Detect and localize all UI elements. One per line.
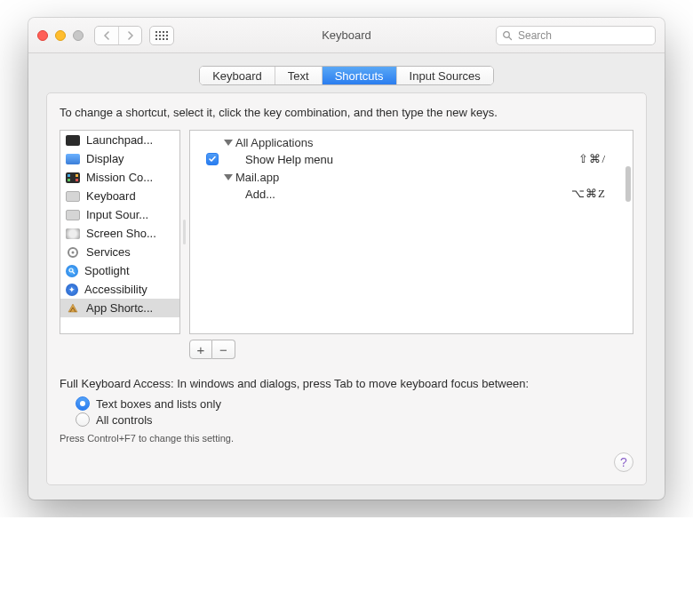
svg-point-3 bbox=[72, 251, 75, 253]
zoom-button[interactable] bbox=[73, 30, 84, 41]
shortcut-label: Show Help menu bbox=[245, 153, 578, 166]
shortcuts-panel: To change a shortcut, select it, click t… bbox=[46, 92, 647, 485]
shortcut-keys[interactable]: ⇧⌘/ bbox=[578, 152, 624, 166]
forward-button[interactable] bbox=[118, 27, 141, 44]
content-area: Keyboard Text Shortcuts Input Sources To… bbox=[28, 53, 665, 500]
search-icon bbox=[502, 30, 513, 41]
fka-option-text-boxes[interactable]: Text boxes and lists only bbox=[60, 396, 633, 412]
shortcut-label: Add... bbox=[245, 188, 571, 201]
toolbar-buttons bbox=[94, 26, 174, 45]
category-sidebar[interactable]: Launchpad... Display Mission Co... Keybo… bbox=[60, 130, 180, 334]
search-input[interactable]: Search bbox=[496, 26, 656, 45]
traffic-lights bbox=[37, 30, 84, 41]
radio-button[interactable] bbox=[76, 396, 90, 411]
sidebar-item-screen-shots[interactable]: Screen Sho... bbox=[60, 224, 179, 243]
help-area: ? bbox=[60, 452, 633, 472]
show-all-button[interactable] bbox=[149, 26, 174, 45]
back-button[interactable] bbox=[95, 27, 118, 44]
minimize-button[interactable] bbox=[55, 30, 66, 41]
full-keyboard-access: Full Keyboard Access: In windows and dia… bbox=[60, 377, 633, 444]
group-mail-app[interactable]: Mail.app bbox=[199, 169, 624, 186]
splitter-handle[interactable] bbox=[180, 214, 187, 250]
svg-line-1 bbox=[509, 36, 512, 39]
nav-back-forward bbox=[94, 26, 142, 45]
group-all-applications[interactable]: All Applications bbox=[199, 134, 624, 151]
sidebar-item-services[interactable]: Services bbox=[60, 243, 179, 261]
search-placeholder: Search bbox=[518, 29, 552, 42]
tab-shortcuts[interactable]: Shortcuts bbox=[322, 67, 396, 84]
titlebar: Keyboard Search bbox=[28, 18, 665, 53]
sidebar-item-input-sources[interactable]: Input Sour... bbox=[60, 205, 179, 224]
svg-point-4 bbox=[69, 268, 73, 272]
tab-bar: Keyboard Text Shortcuts Input Sources bbox=[46, 66, 647, 85]
close-button[interactable] bbox=[37, 30, 48, 41]
sidebar-item-spotlight[interactable]: Spotlight bbox=[60, 261, 179, 280]
tab-text[interactable]: Text bbox=[275, 67, 322, 84]
fka-label: Full Keyboard Access: In windows and dia… bbox=[60, 377, 633, 390]
fka-note: Press Control+F7 to change this setting. bbox=[60, 433, 633, 444]
tab-keyboard[interactable]: Keyboard bbox=[200, 67, 275, 84]
sidebar-item-mission-control[interactable]: Mission Co... bbox=[60, 168, 179, 187]
sidebar-item-keyboard[interactable]: Keyboard bbox=[60, 187, 179, 205]
panel-hint: To change a shortcut, select it, click t… bbox=[60, 106, 633, 119]
shortcut-row[interactable]: Show Help menu ⇧⌘/ bbox=[199, 151, 624, 167]
sidebar-item-accessibility[interactable]: ✦Accessibility bbox=[60, 280, 179, 299]
disclosure-triangle-icon bbox=[224, 140, 233, 146]
add-button[interactable]: + bbox=[189, 340, 212, 359]
fka-option-all-controls[interactable]: All controls bbox=[60, 412, 633, 428]
tab-input-sources[interactable]: Input Sources bbox=[396, 67, 493, 84]
svg-line-5 bbox=[73, 271, 76, 274]
remove-button[interactable]: − bbox=[212, 340, 235, 359]
sidebar-item-display[interactable]: Display bbox=[60, 149, 179, 168]
shortcut-keys[interactable]: ⌥⌘Z bbox=[571, 187, 624, 201]
radio-button[interactable] bbox=[76, 412, 90, 427]
help-button[interactable]: ? bbox=[614, 452, 633, 472]
split-view: Launchpad... Display Mission Co... Keybo… bbox=[60, 130, 633, 334]
shortcut-detail[interactable]: All Applications Show Help menu ⇧⌘/ bbox=[189, 130, 633, 334]
scrollbar-thumb[interactable] bbox=[625, 166, 631, 202]
add-remove-buttons: + − bbox=[189, 340, 633, 359]
preferences-window: Keyboard Search Keyboard Text Shortcuts … bbox=[28, 18, 665, 500]
shortcut-row[interactable]: Add... ⌥⌘Z bbox=[199, 186, 624, 202]
disclosure-triangle-icon bbox=[224, 174, 233, 180]
sidebar-item-app-shortcuts[interactable]: App Shortc... bbox=[60, 299, 179, 317]
shortcut-checkbox[interactable] bbox=[206, 153, 219, 165]
sidebar-item-launchpad[interactable]: Launchpad... bbox=[60, 131, 179, 149]
